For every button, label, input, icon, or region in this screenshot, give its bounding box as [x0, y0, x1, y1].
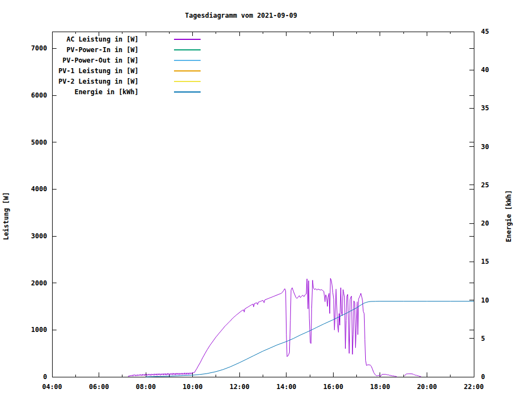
- y1-tick-label: 6000: [31, 91, 47, 99]
- y2-tick-label: 20: [481, 219, 489, 227]
- legend-label: Energie in [kWh]: [74, 88, 139, 96]
- x-tick-label: 06:00: [89, 383, 109, 391]
- legend-label: PV-Power-In in [W]: [66, 46, 139, 54]
- x-tick-label: 16:00: [323, 383, 343, 391]
- x-tick-label: 22:00: [464, 383, 484, 391]
- y2-tick-label: 15: [481, 258, 489, 265]
- chart-title: Tagesdiagramm vom 2021-09-09: [185, 12, 297, 19]
- y1-tick-label: 0: [43, 373, 47, 381]
- x-tick-label: 12:00: [229, 383, 249, 391]
- series-energie-in-kwh-: [146, 301, 474, 377]
- y2-tick-label: 0: [481, 373, 485, 381]
- plot-elements: 04:0006:0008:0010:0012:0014:0016:0018:00…: [31, 28, 489, 391]
- y2-tick-label: 40: [481, 66, 489, 74]
- x-tick-label: 04:00: [42, 383, 62, 391]
- legend-label: PV-1 Leistung in [W]: [59, 67, 139, 75]
- x-tick-label: 10:00: [183, 383, 203, 391]
- x-tick-label: 08:00: [136, 383, 156, 391]
- y1-tick-label: 5000: [31, 139, 47, 146]
- x-tick-label: 20:00: [417, 383, 437, 391]
- plot-svg: Tagesdiagramm vom 2021-09-09 Leistung [W…: [0, 0, 532, 399]
- y-axis-right-label: Energie [kWh]: [505, 190, 513, 242]
- series-ac-leistung-in-w-: [405, 374, 421, 377]
- y2-tick-label: 35: [481, 104, 489, 112]
- y2-tick-label: 45: [481, 28, 489, 35]
- y1-tick-label: 1000: [31, 326, 47, 334]
- legend-label: PV-Power-Out in [W]: [63, 57, 139, 64]
- x-tick-label: 18:00: [370, 383, 390, 391]
- y2-tick-label: 5: [481, 335, 485, 342]
- y1-tick-label: 4000: [31, 185, 47, 193]
- series-ac-leistung-in-w-: [128, 278, 397, 377]
- y2-tick-label: 10: [481, 296, 489, 304]
- legend-label: PV-2 Leistung in [W]: [59, 78, 139, 85]
- y2-tick-label: 30: [481, 143, 489, 151]
- x-tick-label: 14:00: [277, 383, 296, 391]
- day-diagram-chart: Tagesdiagramm vom 2021-09-09 Leistung [W…: [0, 0, 532, 399]
- y-axis-left-label: Leistung [W]: [2, 192, 10, 241]
- y2-tick-label: 25: [481, 181, 489, 189]
- y1-tick-label: 2000: [31, 279, 47, 287]
- legend-label: AC Leistung in [W]: [66, 35, 139, 43]
- y1-tick-label: 3000: [31, 232, 47, 240]
- y1-tick-label: 7000: [31, 44, 47, 52]
